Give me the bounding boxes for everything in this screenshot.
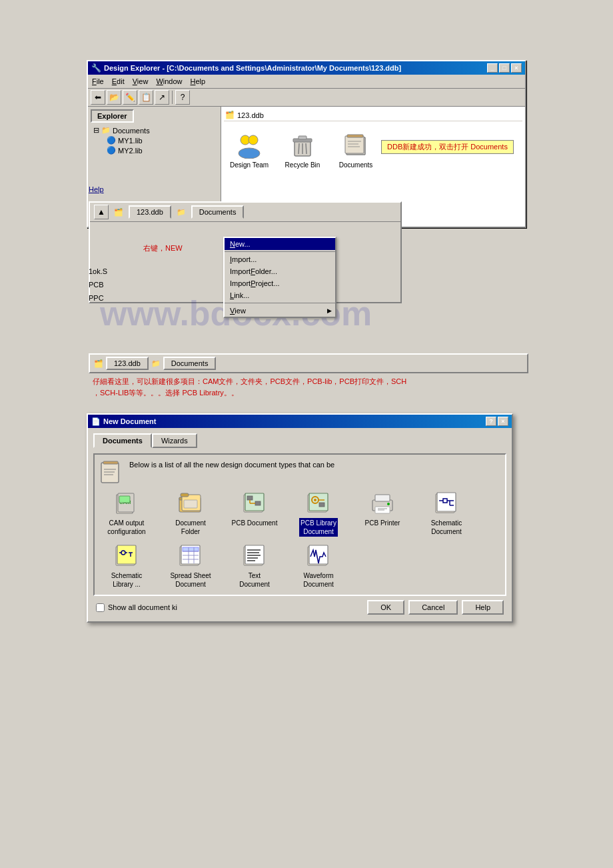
third-doc-folder-icon: 📁 — [151, 359, 161, 368]
toolbar-open-btn[interactable]: 📂 — [107, 90, 121, 105]
doc-type-schlib[interactable]: SchematicLibrary ... — [100, 543, 153, 589]
context-menu-new[interactable]: New... — [225, 238, 335, 250]
tree-item-documents[interactable]: ⊟ 📁 Documents — [91, 125, 218, 135]
icon-recycle-bin[interactable]: Recycle Bin — [283, 132, 322, 169]
context-menu-link[interactable]: Link... — [225, 289, 335, 301]
svg-rect-39 — [319, 503, 324, 507]
doc-type-text[interactable]: TextDocument — [228, 543, 281, 589]
panel-folder-icon: 🗂️ — [225, 111, 235, 119]
dialog-tabs: Documents Wizards — [93, 433, 506, 448]
svg-rect-5 — [299, 136, 306, 139]
context-menu-import-project[interactable]: Import Project... — [225, 277, 335, 289]
tree-item-my1[interactable]: 🔵 MY1.lib — [91, 135, 218, 145]
menu-bar: File Edit View Window Help — [88, 75, 525, 89]
svg-rect-15 — [101, 463, 119, 483]
submenu-arrow-icon: ▶ — [327, 307, 332, 314]
svg-point-2 — [239, 148, 260, 159]
dialog-title-bar: 📄 New Document ? × — [88, 415, 512, 428]
icon-documents[interactable]: Documents — [336, 132, 376, 169]
third-section: 🗂️ 123.ddb 📁 Documents 仔細看这里，可以新建很多项目：CA… — [89, 353, 528, 401]
context-menu-view[interactable]: View ▶ — [225, 305, 335, 317]
dialog-tab-wizards[interactable]: Wizards — [152, 433, 197, 448]
toolbar-pencil-btn[interactable]: ✏️ — [123, 90, 137, 105]
doc-type-pcb[interactable]: PCB Document — [228, 491, 281, 537]
explorer-header: Explorer — [91, 109, 134, 123]
notification-text: DDB新建成功，双击打开 Documents — [387, 143, 508, 151]
title-bar-icon: 🔧 — [91, 63, 101, 73]
footer-buttons: OK Cancel Help — [367, 600, 504, 615]
menu-help[interactable]: Help — [187, 76, 210, 87]
third-folder-icon: 🗂️ — [94, 359, 103, 368]
dialog-desc-icon — [100, 460, 124, 484]
cancel-button[interactable]: Cancel — [408, 600, 458, 615]
svg-rect-70 — [245, 545, 264, 564]
icon-design-team[interactable]: Design Team — [229, 132, 269, 169]
scroll-up-btn[interactable]: ▲ — [94, 205, 109, 219]
notification-bar: DDB新建成功，双击打开 Documents — [381, 140, 514, 154]
panel-ddb-label: 123.ddb — [237, 111, 264, 119]
tree-item-my2[interactable]: 🔵 MY2.lib — [91, 145, 218, 155]
svg-rect-28 — [184, 500, 197, 508]
second-ddb-tab[interactable]: 123.ddb — [129, 205, 171, 219]
cam-label: CAM outputconfiguration — [106, 518, 147, 537]
help-link[interactable]: Help — [89, 185, 104, 193]
show-all-checkbox-area: Show all document ki — [96, 603, 177, 612]
doc-type-pcbprinter[interactable]: PCB Printer — [356, 491, 409, 537]
waveform-label: WaveformDocument — [302, 571, 335, 589]
doc-type-folder[interactable]: DocumentFolder — [164, 491, 217, 537]
dialog-footer: Show all document ki OK Cancel Help — [93, 596, 506, 616]
toolbar-arrow-btn[interactable]: ↗ — [155, 90, 169, 105]
dialog-close-btn[interactable]: × — [498, 417, 508, 426]
side-label-1ok: 1ok.S — [89, 265, 107, 279]
svg-point-44 — [387, 503, 390, 505]
maximize-btn[interactable]: □ — [499, 63, 510, 73]
menu-edit[interactable]: Edit — [108, 76, 129, 87]
ok-button[interactable]: OK — [367, 600, 404, 615]
context-menu-import-folder[interactable]: Import Folder... — [225, 265, 335, 277]
doc-icons-row1: CAM CAM outputconfiguration DocumentFold… — [100, 491, 500, 537]
doc-type-pcblib[interactable]: PCB LibraryDocument — [292, 491, 345, 537]
dialog-title-buttons: ? × — [486, 417, 508, 426]
toolbar-copy-btn[interactable]: 📋 — [139, 90, 153, 105]
spreadsheet-label: Spread SheetDocument — [169, 571, 212, 589]
context-menu-sep1 — [225, 251, 335, 252]
menu-window[interactable]: Window — [152, 76, 186, 87]
svg-rect-27 — [181, 493, 189, 497]
tree-expand-icon: ⊟ — [93, 126, 99, 135]
documents-label: Documents — [339, 161, 373, 169]
dialog-desc-text: Below is a list of all the new design do… — [129, 460, 334, 470]
pcb-icon — [242, 491, 267, 516]
pcblib-label: PCB LibraryDocument — [299, 518, 338, 537]
menu-file[interactable]: File — [88, 76, 108, 87]
schlib-label: SchematicLibrary ... — [110, 571, 144, 589]
documents-icon — [342, 132, 369, 159]
svg-rect-42 — [375, 495, 390, 501]
second-folder-icon: 📁 — [177, 208, 186, 217]
dialog-title-left: 📄 New Document — [91, 417, 156, 426]
dialog-title-text: New Document — [103, 417, 156, 425]
doc-type-cam[interactable]: CAM CAM outputconfiguration — [100, 491, 153, 537]
toolbar-help-btn[interactable]: ? — [175, 90, 190, 105]
doc-type-schematic[interactable]: SchematicDocument — [420, 491, 473, 537]
help-footer-button[interactable]: Help — [462, 600, 504, 615]
third-section-header: 🗂️ 123.ddb 📁 Documents — [89, 353, 528, 373]
new-document-dialog: 📄 New Document ? × Documents Wizards — [87, 413, 513, 623]
show-all-checkbox[interactable] — [96, 603, 105, 612]
minimize-btn[interactable]: _ — [487, 63, 498, 73]
second-ddb-icon: 🗂️ — [114, 208, 123, 217]
third-ddb-tab[interactable]: 123.ddb — [106, 357, 149, 370]
third-docs-tab[interactable]: Documents — [163, 357, 217, 370]
doc-type-waveform[interactable]: WaveformDocument — [292, 543, 345, 589]
close-btn[interactable]: × — [511, 63, 522, 73]
context-menu-import[interactable]: Import... — [225, 253, 335, 265]
toolbar-back-btn[interactable]: ⬅ — [91, 90, 105, 105]
text-doc-icon — [242, 543, 267, 569]
doc-type-spreadsheet[interactable]: Spread SheetDocument — [164, 543, 217, 589]
schematic-icon — [434, 491, 459, 516]
menu-view[interactable]: View — [129, 76, 153, 87]
second-docs-tab[interactable]: Documents — [191, 205, 245, 219]
pcbprinter-icon — [370, 491, 395, 516]
dialog-tab-documents[interactable]: Documents — [93, 433, 152, 448]
title-bar: 🔧 Design Explorer - [C:\Documents and Se… — [88, 61, 525, 75]
dialog-question-btn[interactable]: ? — [486, 417, 496, 426]
